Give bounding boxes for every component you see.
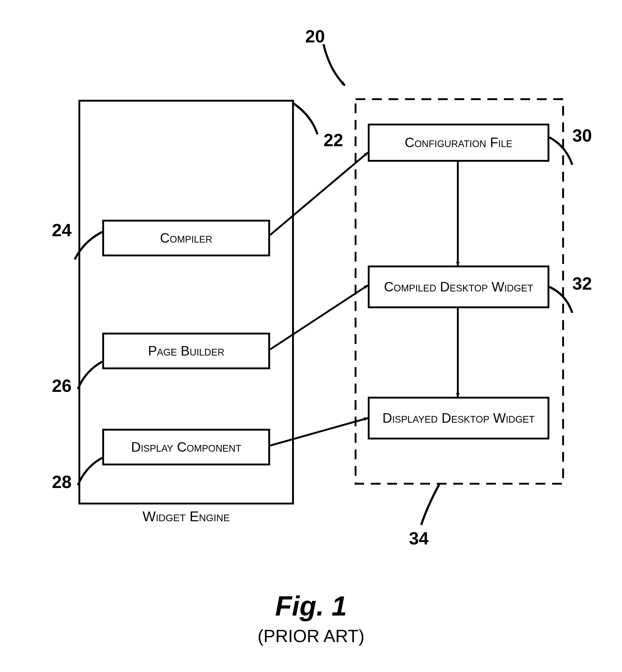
ref-34: 34 [409,528,429,549]
page-builder-label: Page Builder [148,343,224,359]
svg-line-4 [270,285,368,349]
ref-20: 20 [305,26,325,46]
ref-28: 28 [52,471,72,492]
display-component-label: Display Component [131,439,241,455]
svg-line-3 [270,152,368,235]
widget-engine-label: Widget Engine [131,508,241,525]
config-file-label: Configuration File [405,135,512,150]
connectors-svg [0,0,622,672]
ref-30: 30 [572,125,592,146]
ref-32: 32 [572,273,592,293]
config-file-box: Configuration File [368,123,549,162]
compiled-widget-box: Compiled Desktop Widget [368,266,549,308]
compiler-label: Compiler [160,231,212,246]
ref-26: 26 [52,375,72,396]
page-builder-box: Page Builder [102,333,270,369]
compiler-box: Compiler [102,220,270,256]
display-component-box: Display Component [102,429,270,465]
compiled-widget-label: Compiled Desktop Widget [384,279,533,295]
displayed-widget-box: Displayed Desktop Widget [368,397,549,439]
figure-subtitle: (PRIOR ART) [0,626,622,646]
figure-title: Fig. 1 [0,591,622,622]
diagram-stage: Compiler Page Builder Display Component … [0,0,622,672]
displayed-widget-label: Displayed Desktop Widget [382,411,535,426]
ref-24: 24 [52,220,72,240]
svg-line-5 [270,418,368,446]
ref-22: 22 [323,130,343,150]
